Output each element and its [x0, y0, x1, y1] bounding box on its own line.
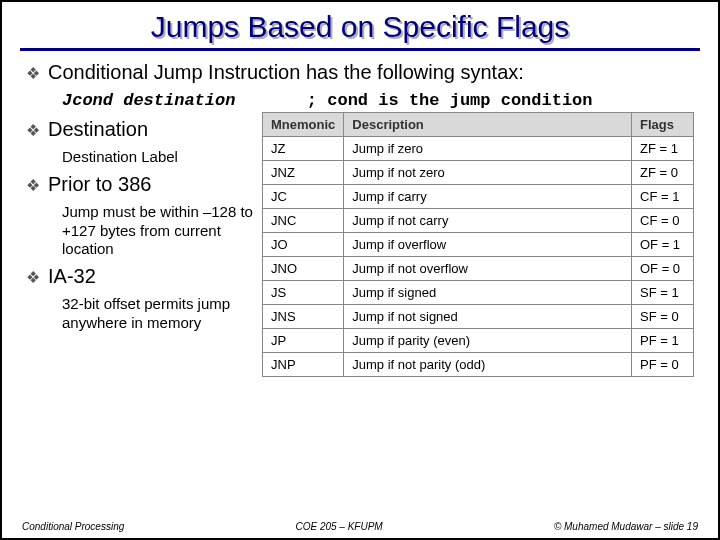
- cell-description: Jump if not zero: [344, 161, 632, 185]
- table-row: JNPJump if not parity (odd)PF = 0: [263, 353, 694, 377]
- slide-title: Jumps Based on Specific Flags: [2, 2, 718, 48]
- cell-mnemonic: JO: [263, 233, 344, 257]
- bullet-icon: ❖: [26, 265, 40, 291]
- bullet-icon: ❖: [26, 61, 40, 87]
- table-row: JNSJump if not signedSF = 0: [263, 305, 694, 329]
- bullet-ia32: ❖ IA-32: [26, 265, 254, 291]
- cell-mnemonic: JNP: [263, 353, 344, 377]
- cell-mnemonic: JNO: [263, 257, 344, 281]
- cell-description: Jump if parity (even): [344, 329, 632, 353]
- title-underline: [20, 48, 700, 51]
- footer-left: Conditional Processing: [22, 521, 124, 532]
- bullet-icon: ❖: [26, 173, 40, 199]
- col-flags: Flags: [632, 113, 694, 137]
- cell-description: Jump if not carry: [344, 209, 632, 233]
- cell-flag: ZF = 1: [632, 137, 694, 161]
- code-comment: ; cond is the jump condition: [307, 91, 593, 110]
- table-row: JSJump if signedSF = 1: [263, 281, 694, 305]
- cell-mnemonic: JNS: [263, 305, 344, 329]
- cell-flag: PF = 1: [632, 329, 694, 353]
- bullet-ia32-text: IA-32: [48, 265, 96, 288]
- two-column-layout: ❖ Destination Destination Label ❖ Prior …: [26, 112, 694, 377]
- table-row: JOJump if overflowOF = 1: [263, 233, 694, 257]
- slide: Jumps Based on Specific Flags ❖ Conditio…: [2, 2, 718, 538]
- cell-mnemonic: JC: [263, 185, 344, 209]
- bullet-prior386-text: Prior to 386: [48, 173, 151, 196]
- cell-mnemonic: JP: [263, 329, 344, 353]
- cell-description: Jump if zero: [344, 137, 632, 161]
- bullet-icon: ❖: [26, 118, 40, 144]
- footer: Conditional Processing COE 205 – KFUPM ©…: [2, 521, 718, 532]
- table-row: JPJump if parity (even)PF = 1: [263, 329, 694, 353]
- jump-flags-table: Mnemonic Description Flags JZJump if zer…: [262, 112, 694, 377]
- sub-ia32: 32-bit offset permits jump anywhere in m…: [62, 295, 254, 333]
- cell-mnemonic: JNZ: [263, 161, 344, 185]
- bullet-prior386: ❖ Prior to 386: [26, 173, 254, 199]
- left-column: ❖ Destination Destination Label ❖ Prior …: [26, 112, 262, 377]
- cell-flag: OF = 0: [632, 257, 694, 281]
- table-row: JZJump if zeroZF = 1: [263, 137, 694, 161]
- cell-flag: OF = 1: [632, 233, 694, 257]
- bullet-destination: ❖ Destination: [26, 118, 254, 144]
- cell-mnemonic: JS: [263, 281, 344, 305]
- cell-description: Jump if signed: [344, 281, 632, 305]
- cell-flag: SF = 0: [632, 305, 694, 329]
- cell-description: Jump if not signed: [344, 305, 632, 329]
- cell-flag: SF = 1: [632, 281, 694, 305]
- content-area: ❖ Conditional Jump Instruction has the f…: [2, 61, 718, 377]
- col-mnemonic: Mnemonic: [263, 113, 344, 137]
- footer-center: COE 205 – KFUPM: [295, 521, 382, 532]
- sub-prior386: Jump must be within –128 to +127 bytes f…: [62, 203, 254, 259]
- cell-flag: ZF = 0: [632, 161, 694, 185]
- bullet-syntax-text: Conditional Jump Instruction has the fol…: [48, 61, 524, 84]
- cell-description: Jump if carry: [344, 185, 632, 209]
- table-row: JNOJump if not overflowOF = 0: [263, 257, 694, 281]
- table-row: JNZJump if not zeroZF = 0: [263, 161, 694, 185]
- table-header-row: Mnemonic Description Flags: [263, 113, 694, 137]
- cell-flag: PF = 0: [632, 353, 694, 377]
- cell-flag: CF = 1: [632, 185, 694, 209]
- cell-description: Jump if not parity (odd): [344, 353, 632, 377]
- table-row: JCJump if carryCF = 1: [263, 185, 694, 209]
- bullet-syntax: ❖ Conditional Jump Instruction has the f…: [26, 61, 694, 87]
- bullet-destination-text: Destination: [48, 118, 148, 141]
- table-row: JNCJump if not carryCF = 0: [263, 209, 694, 233]
- sub-destination: Destination Label: [62, 148, 254, 167]
- cell-mnemonic: JNC: [263, 209, 344, 233]
- col-description: Description: [344, 113, 632, 137]
- code-instruction: Jcond destination: [62, 91, 235, 110]
- footer-right: © Muhamed Mudawar – slide 19: [554, 521, 698, 532]
- right-column: Mnemonic Description Flags JZJump if zer…: [262, 112, 694, 377]
- cell-mnemonic: JZ: [263, 137, 344, 161]
- cell-description: Jump if not overflow: [344, 257, 632, 281]
- cell-description: Jump if overflow: [344, 233, 632, 257]
- code-line: Jcond destination ; cond is the jump con…: [62, 91, 694, 110]
- cell-flag: CF = 0: [632, 209, 694, 233]
